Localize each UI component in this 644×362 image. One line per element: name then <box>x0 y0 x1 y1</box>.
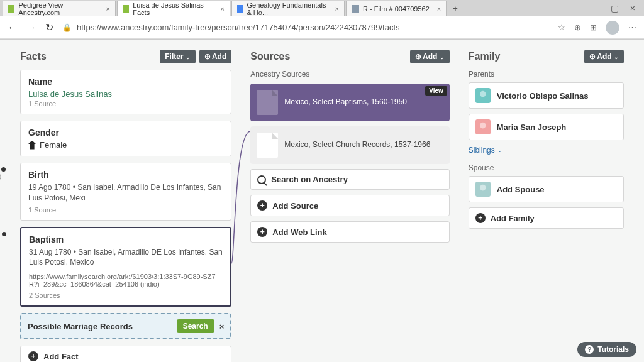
chevron-down-icon: ⌄ <box>440 54 445 60</box>
collections-icon[interactable]: ⊕ <box>574 23 581 32</box>
view-badge[interactable]: View <box>425 86 447 96</box>
source-church-records[interactable]: Mexico, Select Church Records, 1537-1966 <box>250 126 449 164</box>
siblings-toggle[interactable]: Siblings ⌄ <box>469 146 502 155</box>
minimize-icon[interactable]: — <box>591 3 599 13</box>
add-fact-header-button[interactable]: ⊕Add <box>199 50 231 63</box>
tab-film[interactable]: R - Film # 004709562 × <box>346 1 447 16</box>
family-title: Family <box>469 51 501 62</box>
gender-card[interactable]: Gender Female <box>20 121 231 156</box>
extensions-icon[interactable]: ⊞ <box>590 23 597 32</box>
gender-label: Gender <box>28 128 223 138</box>
female-avatar-icon <box>475 119 491 134</box>
toolbar-right: ☆ ⊕ ⊞ ⋯ <box>558 21 636 35</box>
browser-chrome: Pedigree View - Ancestry.com × Luisa de … <box>0 0 644 40</box>
tab-label: R - Film # 004709562 <box>363 5 430 13</box>
timeline-dot <box>1 167 6 172</box>
window-controls: — ▢ × <box>591 3 644 13</box>
source-text: Mexico, Select Church Records, 1537-1966 <box>284 140 430 150</box>
tab-label: Genealogy Fundamentals & Ho... <box>247 1 327 16</box>
ancestry-favicon <box>123 5 129 13</box>
birth-card[interactable]: 1780 (AGE) Birth 19 Ago 1780 • San Isabe… <box>20 163 231 221</box>
sources-title: Sources <box>250 51 290 62</box>
source-text: Mexico, Select Baptisms, 1560-1950 <box>284 97 407 107</box>
facts-column: Facts Filter ⌄ ⊕Add Name Luisa de Jesus … <box>20 50 231 362</box>
more-icon[interactable]: ⋯ <box>628 23 636 32</box>
tab-doc[interactable]: Genealogy Fundamentals & Ho... × <box>231 1 345 16</box>
close-icon[interactable]: × <box>437 5 441 13</box>
male-avatar-icon <box>475 88 491 103</box>
parents-label: Parents <box>469 70 624 79</box>
hint-search-button[interactable]: Search <box>177 319 214 333</box>
mother-row[interactable]: Maria San Joseph <box>469 114 624 140</box>
baptism-url: https://www.familysearch.org/ark:/61903/… <box>29 273 223 288</box>
sources-column: Sources ⊕Add ⌄ Ancestry Sources View Mex… <box>250 50 449 362</box>
gender-value: Female <box>40 140 67 150</box>
add-fact-button[interactable]: + Add Fact <box>20 346 231 362</box>
close-icon[interactable]: × <box>335 5 339 13</box>
add-web-link-button[interactable]: + Add Web Link <box>250 221 449 243</box>
tab-pedigree[interactable]: Pedigree View - Ancestry.com × <box>3 1 116 16</box>
refresh-button[interactable]: ↻ <box>45 21 53 33</box>
plus-icon: + <box>28 351 38 361</box>
address-row: ← → ↻ 🔒 https://www.ancestry.com/family-… <box>0 16 644 39</box>
birth-age: (AGE) <box>0 173 1 180</box>
chevron-down-icon: ⌄ <box>614 54 619 60</box>
address-bar[interactable]: 🔒 https://www.ancestry.com/family-tree/p… <box>62 23 549 32</box>
facts-title: Facts <box>20 51 47 62</box>
add-family-header-button[interactable]: ⊕Add ⌄ <box>584 50 624 63</box>
chevron-down-icon: ⌄ <box>497 147 502 153</box>
spouse-label: Spouse <box>469 163 624 172</box>
baptism-meta: 2 Sources <box>29 292 223 299</box>
url-text: https://www.ancestry.com/family-tree/per… <box>77 23 400 32</box>
name-meta: 1 Source <box>28 100 223 107</box>
tutorials-button[interactable]: ? Tutorials <box>577 342 636 357</box>
close-window-icon[interactable]: × <box>630 3 635 13</box>
birth-label: Birth <box>28 170 223 180</box>
favorite-icon[interactable]: ☆ <box>558 23 565 32</box>
document-icon <box>257 90 278 115</box>
tab-label: Pedigree View - Ancestry.com <box>18 1 98 16</box>
connector-line <box>231 131 250 270</box>
question-icon: ? <box>585 345 594 354</box>
timeline-dot <box>2 232 6 236</box>
search-icon <box>257 175 266 184</box>
chevron-down-icon: ⌄ <box>186 54 191 60</box>
name-label: Name <box>28 77 223 87</box>
neutral-avatar-icon <box>475 182 491 197</box>
baptism-detail: 31 Aug 1780 • San Isabel, Armadillo DE L… <box>29 247 223 268</box>
forward-button[interactable]: → <box>26 22 36 33</box>
filter-button[interactable]: Filter ⌄ <box>160 50 196 63</box>
plus-icon: + <box>257 200 267 211</box>
father-row[interactable]: Victorio Obispo Salinas <box>469 82 624 109</box>
baptism-label: Baptism <box>29 234 223 244</box>
document-icon <box>257 133 278 158</box>
hint-label: Possible Marriage Records <box>28 322 133 331</box>
close-icon[interactable]: × <box>219 322 225 331</box>
lock-icon: 🔒 <box>62 23 72 32</box>
new-tab-button[interactable]: + <box>448 4 463 13</box>
search-ancestry-button[interactable]: Search on Ancestry <box>250 169 449 190</box>
maximize-icon[interactable]: ▢ <box>611 3 619 13</box>
source-baptisms[interactable]: View Mexico, Select Baptisms, 1560-1950 <box>250 84 449 121</box>
birth-detail: 19 Ago 1780 • San Isabel, Armadillo De L… <box>28 182 223 204</box>
add-family-button[interactable]: + Add Family <box>469 207 624 229</box>
close-icon[interactable]: × <box>106 5 110 13</box>
back-button[interactable]: ← <box>8 22 18 33</box>
gdoc-favicon <box>237 5 243 13</box>
marriage-hint: Possible Marriage Records Search × <box>20 313 231 339</box>
add-spouse-button[interactable]: Add Spouse <box>469 176 624 202</box>
baptism-card[interactable]: 1780 Baptism 31 Aug 1780 • San Isabel, A… <box>20 227 231 307</box>
timeline-line <box>3 168 3 294</box>
birth-meta: 1 Source <box>28 206 223 214</box>
family-column: Family ⊕Add ⌄ Parents Victorio Obispo Sa… <box>469 50 624 362</box>
fs-favicon <box>352 5 359 13</box>
profile-avatar[interactable] <box>606 21 619 35</box>
tabs-row: Pedigree View - Ancestry.com × Luisa de … <box>0 0 644 16</box>
add-source-header-button[interactable]: ⊕Add ⌄ <box>410 50 450 63</box>
close-icon[interactable]: × <box>221 5 225 13</box>
name-card[interactable]: Name Luisa de Jesus Salinas 1 Source <box>20 70 231 114</box>
ancestry-sources-label: Ancestry Sources <box>250 70 449 79</box>
add-source-button[interactable]: + Add Source <box>250 195 449 216</box>
tab-facts[interactable]: Luisa de Jesus Salinas - Facts × <box>117 1 230 16</box>
female-icon <box>28 141 36 150</box>
